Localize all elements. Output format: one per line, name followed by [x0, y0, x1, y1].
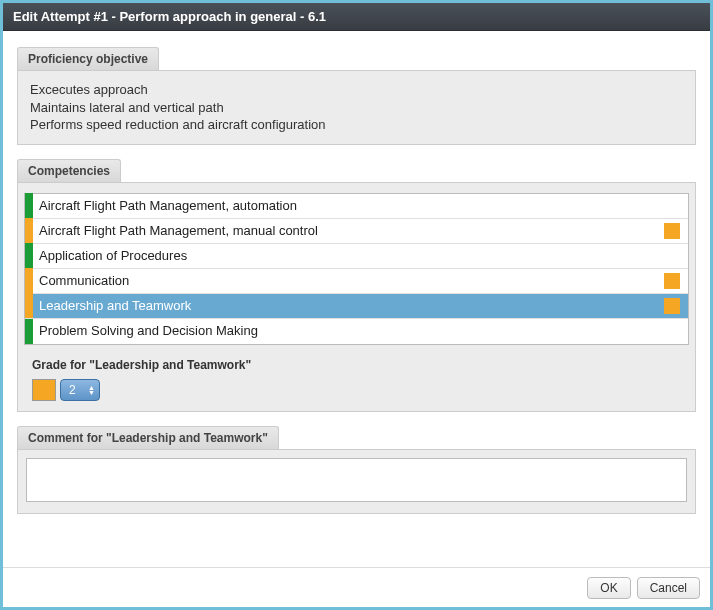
comment-body — [17, 449, 696, 514]
competency-label: Problem Solving and Decision Making — [39, 322, 688, 340]
competency-status-bar — [25, 319, 33, 344]
dialog-window: Edit Attempt #1 - Perform approach in ge… — [0, 0, 713, 610]
competencies-heading: Competencies — [17, 159, 121, 182]
objective-line: Maintains lateral and vertical path — [30, 99, 683, 117]
content: Proficiency objective Excecutes approach… — [3, 31, 710, 514]
comment-section: Comment for "Leadership and Teamwork" — [17, 426, 696, 514]
window-title: Edit Attempt #1 - Perform approach in ge… — [13, 9, 326, 24]
competency-label: Communication — [39, 272, 664, 290]
footer: OK Cancel — [3, 567, 710, 607]
competency-status-bar — [25, 268, 33, 293]
competency-label: Aircraft Flight Path Management, automat… — [39, 197, 688, 215]
grade-label: Grade for "Leadership and Teamwork" — [32, 357, 681, 373]
competency-label: Aircraft Flight Path Management, manual … — [39, 222, 664, 240]
competency-row[interactable]: Leadership and Teamwork — [25, 294, 688, 319]
competency-row[interactable]: Problem Solving and Decision Making — [25, 319, 688, 344]
competency-status-bar — [25, 193, 33, 218]
competency-row[interactable]: Aircraft Flight Path Management, automat… — [25, 194, 688, 219]
competency-status-bar — [25, 243, 33, 268]
comment-heading: Comment for "Leadership and Teamwork" — [17, 426, 279, 449]
competency-row[interactable]: Communication — [25, 269, 688, 294]
cancel-button[interactable]: Cancel — [637, 577, 700, 599]
competency-label: Application of Procedures — [39, 247, 688, 265]
titlebar: Edit Attempt #1 - Perform approach in ge… — [3, 3, 710, 31]
proficiency-section: Proficiency objective Excecutes approach… — [17, 47, 696, 145]
grade-value: 2 — [69, 382, 76, 398]
competency-list: Aircraft Flight Path Management, automat… — [24, 193, 689, 345]
comment-textarea[interactable] — [26, 458, 687, 502]
competencies-section: Competencies Aircraft Flight Path Manage… — [17, 159, 696, 412]
competency-status-bar — [25, 293, 33, 318]
grade-area: Grade for "Leadership and Teamwork" 2 ▲▼ — [24, 353, 689, 411]
competency-badge-icon — [664, 273, 680, 289]
objective-line: Performs speed reduction and aircraft co… — [30, 116, 683, 134]
stepper-arrows-icon: ▲▼ — [88, 385, 95, 395]
competency-badge-icon — [664, 298, 680, 314]
grade-select[interactable]: 2 ▲▼ — [60, 379, 100, 401]
grade-controls: 2 ▲▼ — [32, 379, 681, 401]
proficiency-heading: Proficiency objective — [17, 47, 159, 70]
competencies-body: Aircraft Flight Path Management, automat… — [17, 182, 696, 412]
competency-label: Leadership and Teamwork — [39, 297, 664, 315]
ok-button[interactable]: OK — [587, 577, 630, 599]
competency-row[interactable]: Application of Procedures — [25, 244, 688, 269]
grade-color-swatch — [32, 379, 56, 401]
competency-row[interactable]: Aircraft Flight Path Management, manual … — [25, 219, 688, 244]
proficiency-body: Excecutes approach Maintains lateral and… — [17, 70, 696, 145]
competency-badge-icon — [664, 223, 680, 239]
objective-line: Excecutes approach — [30, 81, 683, 99]
competency-status-bar — [25, 218, 33, 243]
